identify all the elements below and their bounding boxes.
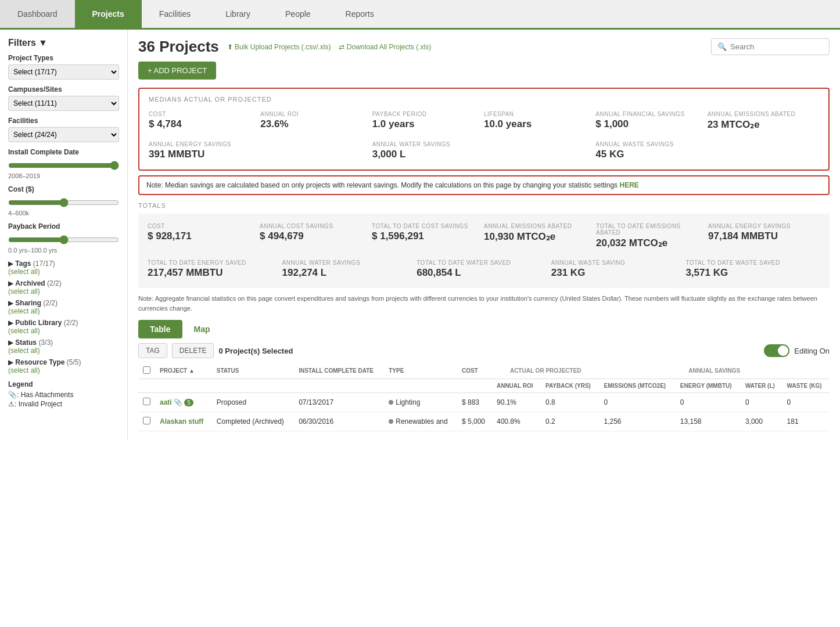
th-actual-projected: Actual or Projected <box>492 363 600 379</box>
stat-total-to-date-cost-savings: TOTAL TO DATE COST SAVINGS $ 1,596,291 <box>372 221 484 251</box>
stat-total-to-date-energy-saved: TOTAL TO DATE ENERGY SAVED 217,457 MMBTU <box>148 257 282 281</box>
project-link[interactable]: Alaskan stuff <box>160 417 203 426</box>
download-link[interactable]: ⇄ Download All Projects (.xls) <box>339 43 431 51</box>
th-cost: COST <box>457 363 492 379</box>
select-all-checkbox[interactable] <box>143 366 150 374</box>
stat-annual-emissions-abated: ANNUAL EMISSIONS ABATED 10,930 MTCO₂e <box>484 221 596 251</box>
filters-label: Filters <box>8 38 36 48</box>
row-checkbox[interactable] <box>143 417 150 424</box>
delete-button[interactable]: DELETE <box>172 343 214 358</box>
nav-item-facilities[interactable]: Facilities <box>142 0 208 28</box>
totals-title: TOTALS <box>138 202 830 209</box>
row-emissions: 0 <box>600 393 676 412</box>
project-link[interactable]: aati <box>160 398 172 406</box>
project-sort[interactable]: PROJECT <box>160 367 187 374</box>
row-water: 3,000 <box>741 412 782 431</box>
legend-invalid: ⚠: Invalid Project <box>8 400 119 408</box>
bulk-upload-link[interactable]: ⬆ Bulk Upload Projects (.csv/.xls) <box>227 43 331 51</box>
nav-item-people[interactable]: People <box>268 0 328 28</box>
th-annual-savings: Annual Savings <box>600 363 830 379</box>
search-input[interactable] <box>730 42 823 51</box>
row-checkbox-cell <box>138 393 155 412</box>
nav-bar: DashboardProjectsFacilitiesLibraryPeople… <box>0 0 840 30</box>
add-project-label: + ADD PROJECT <box>148 66 207 75</box>
medians-title: MEDIANS ACTUAL OR PROJECTED <box>149 96 819 103</box>
filter-label-facilities: Facilities <box>8 117 119 125</box>
content-header: 36 Projects ⬆ Bulk Upload Projects (.csv… <box>138 38 830 56</box>
row-checkbox[interactable] <box>143 398 150 405</box>
row-project: aati 📎 5 <box>155 393 212 412</box>
search-icon: 🔍 <box>717 42 727 51</box>
editing-label: Editing On <box>794 347 830 355</box>
stat-annual-waste-savings: ANNUAL WASTE SAVINGS 45 KG <box>595 139 819 163</box>
nav-item-projects[interactable]: Projects <box>75 0 142 28</box>
th-project: PROJECT ▲ <box>155 363 212 379</box>
filter-facilities: Facilities Select (24/24) <box>8 117 119 142</box>
editing-toggle-switch[interactable] <box>764 344 789 357</box>
install-complete-date-filter: Install Complete Date 2008–2019 <box>8 148 119 179</box>
collapsible-tags: ▶ Tags (17/17) (select all) <box>8 260 119 276</box>
filter-campuses-sites: Campuses/Sites Select (11/11) <box>8 85 119 111</box>
install-date-slider[interactable] <box>8 161 119 170</box>
cost-slider[interactable] <box>8 198 119 207</box>
row-waste: 181 <box>782 412 830 431</box>
row-energy: 13,158 <box>676 412 741 431</box>
stat-total-to-date-water-saved: TOTAL TO DATE WATER SAVED 680,854 L <box>417 257 551 281</box>
row-type: Lighting <box>384 393 457 412</box>
legend-title: Legend <box>8 380 119 388</box>
payback-period-filter: Payback Period 0.0 yrs–100.0 yrs <box>8 222 119 254</box>
note-link[interactable]: HERE <box>619 181 638 189</box>
add-project-button[interactable]: + ADD PROJECT <box>138 62 216 80</box>
view-tab-table[interactable]: Table <box>138 320 182 338</box>
tag-button[interactable]: TAG <box>138 343 167 358</box>
project-count: 36 Projects <box>138 38 219 56</box>
filter-label-campuses-sites: Campuses/Sites <box>8 85 119 93</box>
collapsible-archived: ▶ Archived (2/2) (select all) <box>8 279 119 296</box>
main-content: 36 Projects ⬆ Bulk Upload Projects (.csv… <box>128 30 840 439</box>
sidebar: Filters ▼ Project Types Select (17/17) C… <box>0 30 128 439</box>
payback-label: Payback Period <box>8 222 119 230</box>
nav-item-dashboard[interactable]: Dashboard <box>0 0 75 28</box>
view-tab-map[interactable]: Map <box>182 320 222 338</box>
stat-annual-waste-saving: ANNUAL WASTE SAVING 231 KG <box>551 257 686 281</box>
selected-count: 0 Project(s) Selected <box>218 347 293 355</box>
type-dot <box>389 400 393 405</box>
th-install-date: INSTALL COMPLETE DATE <box>294 363 384 379</box>
stat-annual-energy-savings: ANNUAL ENERGY SAVINGS 97,184 MMBTU <box>708 221 820 251</box>
stat-annual-financial-savings: ANNUAL FINANCIAL SAVINGS $ 1,000 <box>595 109 707 133</box>
stat-cost: COST $ 928,171 <box>148 221 260 251</box>
badge: 5 <box>184 399 193 406</box>
totals-bg: COST $ 928,171ANNUAL COST SAVINGS $ 494,… <box>138 214 830 288</box>
row-payback: 0.8 <box>541 393 599 412</box>
attachment-icon: 📎 <box>174 398 182 406</box>
nav-item-reports[interactable]: Reports <box>328 0 392 28</box>
row-waste: 0 <box>782 393 830 412</box>
row-checkbox-cell <box>138 412 155 431</box>
th-water: WATER (L) <box>741 379 782 393</box>
filter-icon: ▼ <box>38 38 48 48</box>
filter-select-project-types[interactable]: Select (17/17) <box>8 64 119 80</box>
row-type: Renewables and <box>384 412 457 431</box>
sidebar-title: Filters ▼ <box>8 38 119 48</box>
row-roi: 400.8% <box>492 412 541 431</box>
stat-cost: COST $ 4,784 <box>149 109 260 133</box>
stat-annual-emissions-abated: ANNUAL EMISSIONS ABATED 23 MTCO₂e <box>708 109 819 133</box>
collapsible-resource-type: ▶ Resource Type (5/5) (select all) <box>8 358 119 374</box>
filter-label-project-types: Project Types <box>8 54 119 62</box>
table-controls: TAG DELETE 0 Project(s) Selected Editing… <box>138 343 830 358</box>
payback-slider[interactable] <box>8 235 119 244</box>
filter-select-facilities[interactable]: Select (24/24) <box>8 127 119 142</box>
filter-select-campuses-sites[interactable]: Select (11/11) <box>8 96 119 111</box>
row-install-date: 06/30/2016 <box>294 412 384 431</box>
stat-payback-period: PAYBACK PERIOD 1.0 years <box>372 109 484 133</box>
stat-annual-water-savings: ANNUAL WATER SAVINGS 192,274 L <box>282 257 417 281</box>
table-row: Alaskan stuff Completed (Archived) 06/30… <box>138 412 830 431</box>
totals-section: TOTALS COST $ 928,171ANNUAL COST SAVINGS… <box>138 202 830 288</box>
row-cost: $ 883 <box>457 393 492 412</box>
table-row: aati 📎 5 Proposed 07/13/2017 Lighting $ … <box>138 393 830 412</box>
nav-item-library[interactable]: Library <box>208 0 268 28</box>
th-payback: PAYBACK (YRS) <box>541 379 599 393</box>
th-waste: WASTE (KG) <box>782 379 830 393</box>
stat-total-to-date-emissions-abated: TOTAL TO DATE EMISSIONS ABATED 20,032 MT… <box>596 221 708 251</box>
row-water: 0 <box>741 393 782 412</box>
